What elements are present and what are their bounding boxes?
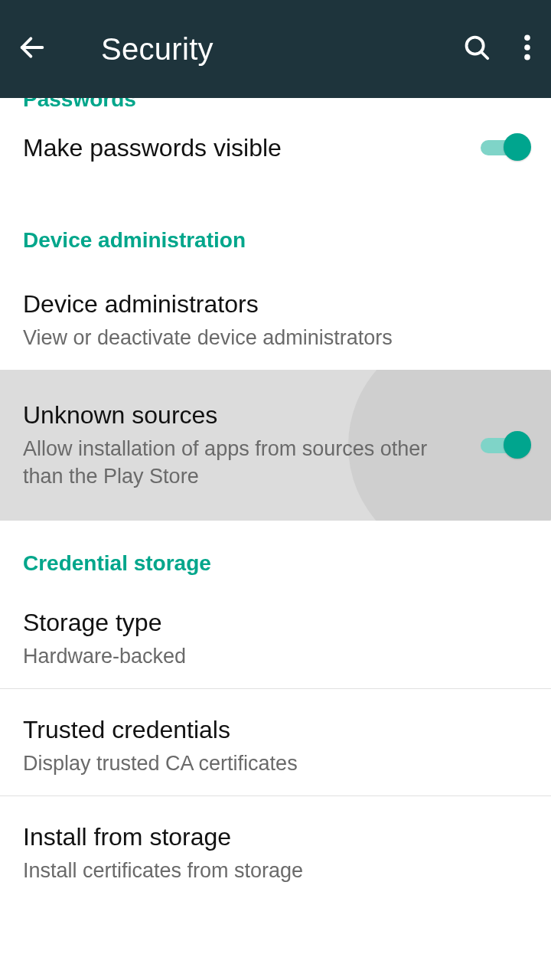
app-bar: Security: [0, 0, 551, 98]
arrow-left-icon: [17, 32, 47, 66]
appbar-actions: [462, 33, 539, 65]
item-title: Storage type: [23, 608, 528, 637]
toggle-unknown-sources[interactable]: [481, 431, 528, 460]
item-title: Device administrators: [23, 289, 528, 318]
item-storage-type[interactable]: Storage type Hardware-backed: [0, 582, 551, 688]
svg-point-3: [524, 35, 530, 41]
item-unknown-sources[interactable]: Unknown sources Allow installation of ap…: [0, 370, 551, 521]
more-vert-icon[interactable]: [523, 33, 531, 65]
item-title: Install from storage: [23, 822, 528, 851]
toggle-make-passwords-visible[interactable]: [481, 133, 528, 162]
back-button[interactable]: [17, 32, 70, 66]
svg-point-4: [524, 44, 530, 51]
item-title: Trusted credentials: [23, 715, 528, 744]
section-header-credential-storage: Credential storage: [0, 521, 551, 582]
item-title: Unknown sources: [23, 400, 465, 430]
section-header-passwords: Passwords: [0, 98, 551, 118]
item-make-passwords-visible[interactable]: Make passwords visible: [0, 118, 551, 182]
item-trusted-credentials[interactable]: Trusted credentials Display trusted CA c…: [0, 689, 551, 795]
item-device-administrators[interactable]: Device administrators View or deactivate…: [0, 259, 551, 370]
item-subtitle: View or deactivate device administrators: [23, 324, 528, 351]
section-header-device-administration: Device administration: [0, 205, 551, 259]
item-subtitle: Install certificates from storage: [23, 857, 528, 884]
item-subtitle: Display trusted CA certificates: [23, 750, 528, 777]
svg-line-2: [481, 52, 487, 58]
page-title: Security: [70, 32, 462, 67]
search-icon[interactable]: [462, 33, 491, 65]
item-install-from-storage[interactable]: Install from storage Install certificate…: [0, 796, 551, 903]
item-subtitle: Allow installation of apps from sources …: [23, 435, 465, 491]
item-title: Make passwords visible: [23, 133, 465, 162]
settings-scroll-area[interactable]: Passwords Make passwords visible Device …: [0, 98, 551, 980]
toggle-thumb: [504, 431, 531, 459]
svg-point-5: [524, 54, 530, 60]
toggle-thumb: [504, 133, 531, 161]
item-subtitle: Hardware-backed: [23, 642, 528, 670]
